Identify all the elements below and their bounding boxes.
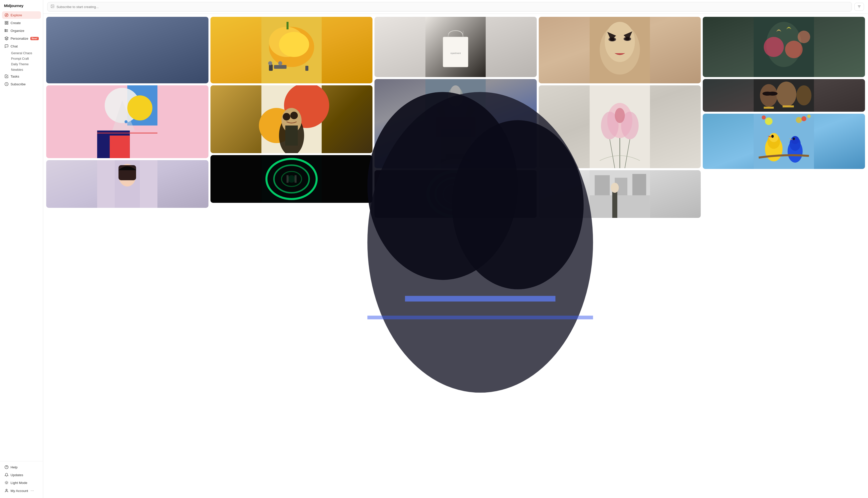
main-content: Apartment	[43, 0, 868, 498]
svg-point-0	[5, 13, 8, 16]
explore-label: Explore	[11, 13, 22, 17]
sidebar-item-updates[interactable]: Updates	[2, 471, 41, 479]
sidebar-item-general-chaos[interactable]: General Chaos	[9, 51, 41, 56]
subscribe-icon	[4, 82, 9, 86]
sun-icon	[4, 481, 9, 485]
sidebar-item-daily-theme[interactable]: Daily Theme	[9, 62, 41, 67]
svg-rect-2	[5, 21, 6, 23]
sidebar-item-subscribe[interactable]: Subscribe	[2, 80, 41, 88]
sidebar-item-create[interactable]: Create	[2, 19, 41, 27]
sidebar-item-prompt-craft[interactable]: Prompt Craft	[9, 56, 41, 62]
search-bar[interactable]	[47, 2, 852, 12]
new-badge: New!	[30, 37, 39, 40]
tasks-label: Tasks	[11, 75, 20, 78]
help-label: Help	[11, 466, 17, 469]
svg-rect-8	[5, 31, 5, 32]
user-icon	[4, 489, 9, 493]
bell-icon	[4, 473, 9, 477]
svg-rect-4	[7, 23, 8, 24]
subscribe-label: Subscribe	[11, 82, 26, 86]
search-input[interactable]	[56, 5, 848, 9]
sidebar-item-chat[interactable]: Chat	[2, 42, 41, 50]
sidebar-bottom: Help Updates Light Mode My Account ···	[0, 461, 43, 498]
image-icon	[51, 4, 54, 9]
personalize-icon	[4, 36, 9, 40]
sidebar: Midjourney Explore Create Organize	[0, 0, 43, 498]
svg-rect-5	[5, 23, 6, 24]
svg-point-12	[6, 482, 8, 484]
svg-point-21	[6, 489, 7, 490]
chat-sub-items: General Chaos Prompt Craft Daily Theme N…	[9, 51, 41, 73]
more-button[interactable]: ···	[30, 488, 35, 493]
chat-icon	[4, 44, 9, 48]
svg-rect-3	[7, 21, 8, 23]
sidebar-item-personalize[interactable]: Personalize New!	[2, 35, 41, 42]
svg-rect-6	[5, 29, 5, 30]
light-mode-label: Light Mode	[11, 481, 27, 485]
gallery: Apartment	[43, 14, 868, 498]
sidebar-nav: Explore Create Organize Personalize New!	[0, 10, 43, 461]
sidebar-item-tasks[interactable]: Tasks	[2, 73, 41, 80]
svg-line-16	[8, 484, 8, 484]
svg-point-23	[52, 5, 52, 6]
organize-icon	[4, 29, 9, 32]
tasks-icon	[4, 74, 9, 78]
my-account-label: My Account	[11, 489, 28, 493]
svg-line-19	[5, 484, 5, 484]
sidebar-item-light-mode[interactable]: Light Mode	[2, 479, 41, 486]
chat-label: Chat	[11, 44, 18, 48]
sidebar-item-organize[interactable]: Organize	[2, 27, 41, 35]
personalize-label: Personalize	[11, 37, 28, 40]
sidebar-item-explore[interactable]: Explore	[2, 11, 41, 19]
sidebar-item-newbies[interactable]: Newbies	[9, 67, 41, 73]
updates-label: Updates	[11, 473, 23, 477]
svg-rect-7	[5, 30, 5, 31]
app-logo[interactable]: Midjourney	[0, 0, 43, 10]
gallery-item[interactable]	[46, 17, 208, 83]
help-icon	[4, 465, 9, 469]
topbar	[43, 0, 868, 14]
filter-button[interactable]	[854, 3, 864, 11]
organize-label: Organize	[11, 29, 24, 32]
compass-icon	[4, 13, 9, 17]
create-label: Create	[11, 21, 21, 25]
gallery-grid: Apartment	[46, 17, 865, 218]
create-icon	[4, 21, 9, 25]
sidebar-item-my-account[interactable]: My Account ···	[2, 487, 41, 495]
svg-marker-1	[6, 14, 7, 16]
sidebar-item-help[interactable]: Help	[2, 463, 41, 471]
